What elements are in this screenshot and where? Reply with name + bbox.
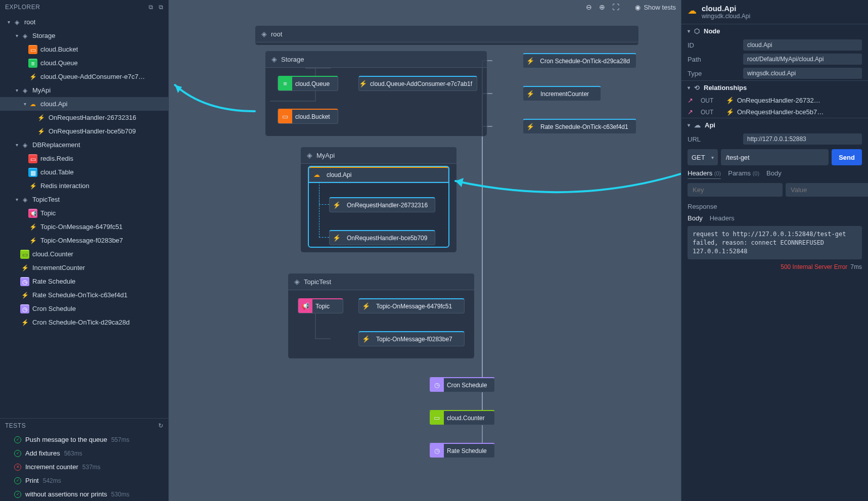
api-url-value[interactable]: http://127.0.0.1:52883 [743, 133, 862, 145]
node-path-value[interactable]: root/Default/MyApi/cloud.Api [743, 54, 862, 65]
tree-onreq2[interactable]: ⚡OnRequestHandler-bce5b709 [0, 124, 168, 138]
bolt-icon: ⚡ [726, 97, 734, 104]
test-status-icon: ✓ [14, 491, 21, 498]
canvas[interactable]: ◈root ◈Storage ≡cloud.Queue ⚡cloud.Queue… [169, 0, 681, 501]
section-node[interactable]: ▾⬡Node [681, 24, 868, 38]
tree-queue[interactable]: ≡cloud.Queue [0, 56, 168, 70]
node-topicmsg1[interactable]: ⚡Topic-OnMessage-6479fc51 [358, 298, 465, 313]
node-onreq1[interactable]: ⚡OnRequestHandler-26732316 [329, 197, 435, 212]
node-crontick[interactable]: ⚡Cron Schedule-OnTick-d29ca28d [523, 53, 636, 68]
group-root[interactable]: ◈root [255, 25, 639, 45]
bolt-icon: ⚡ [726, 108, 734, 116]
tree-queue-consumer[interactable]: ⚡cloud.Queue-AddConsumer-e7c7… [0, 70, 168, 83]
section-api[interactable]: ▾☁Api [681, 118, 868, 132]
response-label: Response [688, 203, 862, 210]
tree-root[interactable]: ▾◈root [0, 15, 168, 29]
tree-storage[interactable]: ▾◈Storage [0, 29, 168, 42]
expand-icon[interactable]: ⧉ [159, 4, 164, 11]
cloud-icon: ☁ [688, 5, 697, 16]
collapse-icon[interactable]: ⧉ [149, 4, 154, 11]
tree-onreq1[interactable]: ⚡OnRequestHandler-26732316 [0, 111, 168, 124]
node-topic[interactable]: 📢Topic [298, 298, 343, 313]
tree-table[interactable]: ▦cloud.Table [0, 165, 168, 179]
tree-cronsched[interactable]: ◷Cron Schedule [0, 302, 168, 315]
cube-icon: ◈ [307, 151, 312, 159]
tests-title: TESTS [5, 422, 26, 429]
node-cloudapi[interactable]: ☁cloud.Api [309, 167, 448, 182]
inspector-panel: ☁ cloud.Api wingsdk.cloud.Api ▾⬡Node IDc… [681, 0, 868, 501]
cloud-icon: ☁ [694, 121, 701, 129]
test-name: Push message to the queue [25, 436, 107, 443]
node-id-value[interactable]: cloud.Api [743, 39, 862, 51]
tree-bucket[interactable]: ▭cloud.Bucket [0, 42, 168, 56]
node-ratesched[interactable]: ◷Rate Schedule [429, 443, 495, 458]
test-status-icon: ✕ [14, 464, 21, 471]
test-duration: 557ms [111, 436, 129, 443]
test-duration: 530ms [111, 491, 129, 498]
outgoing-icon: ↗ [688, 108, 696, 116]
outgoing-icon: ↗ [688, 97, 696, 104]
tab-params[interactable]: Params (0) [728, 169, 759, 179]
tree-dbrepl[interactable]: ▾◈DBReplacement [0, 138, 168, 152]
tree-topicmsg1[interactable]: ⚡Topic-OnMessage-6479fc51 [0, 220, 168, 234]
relationship-row[interactable]: ↗OUT⚡OnRequestHandler-26732… [681, 95, 868, 106]
node-counter[interactable]: ▭cloud.Counter [429, 410, 495, 425]
tree-counter[interactable]: ▭cloud.Counter [0, 247, 168, 261]
header-value-input[interactable] [786, 183, 868, 197]
refresh-tests-icon[interactable]: ↻ [158, 422, 164, 429]
node-bucket[interactable]: ▭cloud.Bucket [278, 109, 338, 124]
test-name: Increment counter [25, 463, 78, 471]
tree-inccounter[interactable]: ⚡IncrementCounter [0, 261, 168, 275]
zoom-out-icon[interactable]: ⊖ [586, 3, 592, 11]
tree-myapi[interactable]: ▾◈MyApi [0, 83, 168, 97]
test-status-icon: ✓ [14, 436, 21, 443]
tree-topic[interactable]: 📢Topic [0, 206, 168, 220]
node-queue[interactable]: ≡cloud.Queue [278, 76, 338, 91]
response-body[interactable]: request to http://127.0.0.1:52848/test-g… [688, 226, 862, 259]
test-row[interactable]: ✓Print542ms [0, 474, 168, 487]
show-tests-button[interactable]: ◉Show tests [635, 4, 676, 11]
response-body-tab[interactable]: Body [688, 214, 703, 222]
test-row[interactable]: ✓without assertions nor prints530ms [0, 487, 168, 501]
tab-body[interactable]: Body [766, 169, 782, 179]
explorer-title: EXPLORER [5, 4, 40, 11]
inspector-title: cloud.Api [702, 4, 750, 13]
tree-topicmsg2[interactable]: ⚡Topic-OnMessage-f0283be7 [0, 234, 168, 247]
test-status-icon: ✓ [14, 450, 21, 457]
cube-icon: ◈ [294, 278, 300, 286]
node-onreq2[interactable]: ⚡OnRequestHandler-bce5b709 [329, 230, 435, 245]
tree-rateschedtick[interactable]: ⚡Rate Schedule-OnTick-c63ef4d1 [0, 288, 168, 302]
node-ratetick[interactable]: ⚡Rate Schedule-OnTick-c63ef4d1 [523, 119, 636, 134]
resource-tree: ▾◈root ▾◈Storage ▭cloud.Bucket ≡cloud.Qu… [0, 14, 168, 418]
tree-ratesched[interactable]: ◷Rate Schedule [0, 275, 168, 288]
node-cronsched[interactable]: ◷Cron Schedule [429, 377, 495, 392]
section-relationships[interactable]: ▾⟲Relationships [681, 80, 868, 95]
test-duration: 537ms [82, 464, 101, 471]
test-name: Add fixtures [25, 449, 60, 457]
test-name: Print [25, 477, 39, 484]
node-queue-consumer[interactable]: ⚡cloud.Queue-AddConsumer-e7c7ab1f [358, 76, 477, 91]
fullscreen-icon[interactable]: ⛶ [612, 3, 619, 11]
response-headers-tab[interactable]: Headers [710, 214, 735, 222]
header-key-input[interactable] [688, 183, 783, 197]
tree-redis-int[interactable]: ⚡Redis interaction [0, 179, 168, 193]
test-name: without assertions nor prints [25, 490, 107, 498]
zoom-in-icon[interactable]: ⊕ [599, 3, 605, 11]
node-topicmsg2[interactable]: ⚡Topic-OnMessage-f0283be7 [358, 331, 465, 346]
tree-cronschedtick[interactable]: ⚡Cron Schedule-OnTick-d29ca28d [0, 315, 168, 329]
relationship-icon: ⟲ [694, 84, 700, 92]
tab-headers[interactable]: Headers (0) [688, 169, 721, 179]
tree-redis[interactable]: ▭redis.Redis [0, 152, 168, 165]
send-button[interactable]: Send [832, 149, 862, 165]
relationship-row[interactable]: ↗OUT⚡OnRequestHandler-bce5b7… [681, 106, 868, 118]
test-row[interactable]: ✓Add fixtures563ms [0, 446, 168, 460]
test-row[interactable]: ✕Increment counter537ms [0, 460, 168, 474]
node-type-value[interactable]: wingsdk.cloud.Api [743, 68, 862, 79]
path-input[interactable] [721, 149, 829, 165]
tree-cloudapi[interactable]: ▾☁cloud.Api [0, 97, 168, 111]
method-select[interactable]: GET▾ [688, 149, 718, 165]
node-inccounter[interactable]: ⚡IncrementCounter [523, 86, 601, 101]
group-cloudapi-selected[interactable]: ☁cloud.Api ⚡OnRequestHandler-26732316 ⚡O… [308, 166, 449, 248]
test-row[interactable]: ✓Push message to the queue557ms [0, 433, 168, 446]
tree-topictest[interactable]: ▾◈TopicTest [0, 193, 168, 206]
